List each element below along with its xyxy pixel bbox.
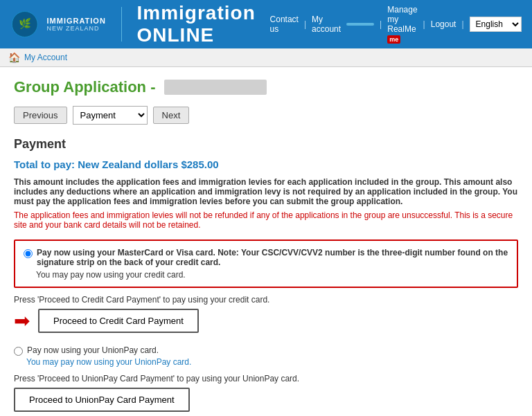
total-line: Total to pay: New Zealand dollars $285.0… (14, 159, 518, 170)
home-icon[interactable]: 🏠 (8, 52, 20, 63)
unionpay-subtext: You may pay now using your UnionPay card… (26, 357, 518, 367)
logo-text-block: IMMIGRATION NEW ZEALAND (47, 17, 106, 32)
contact-link[interactable]: Contact us (270, 15, 299, 34)
mastercard-subtext: You may pay now using your credit card. (36, 270, 508, 280)
org-name: IMMIGRATION (47, 17, 106, 25)
total-label: Total to pay: New Zealand dollars (14, 159, 181, 170)
breadcrumb-bar: 🏠 My Account (0, 48, 532, 67)
realme-badge: me (387, 35, 400, 44)
total-amount: $285.00 (181, 159, 218, 170)
header-divider (121, 7, 122, 42)
my-account-breadcrumb[interactable]: My Account (24, 53, 67, 62)
section-title: Payment (14, 137, 518, 152)
unionpay-option-text: Pay now using your UnionPay card. (27, 345, 159, 355)
unionpay-instruction: Press 'Proceed to UnionPay Card Payment'… (14, 374, 518, 383)
step-select[interactable]: Payment Summary Confirmation (73, 106, 148, 125)
group-app-title: Group Application - (14, 78, 156, 96)
logout-link[interactable]: Logout (431, 19, 456, 29)
logo-area: 🌿 IMMIGRATION NEW ZEALAND Immigration ON… (11, 2, 270, 46)
my-account-link[interactable]: My account (312, 15, 341, 34)
info-bold-text: This amount includes the application fee… (14, 177, 518, 206)
unionpay-radio[interactable] (14, 347, 23, 356)
group-app-header: Group Application - (14, 78, 518, 96)
next-button[interactable]: Next (153, 107, 190, 124)
credit-card-instruction: Press 'Proceed to Credit Card Payment' t… (14, 295, 518, 305)
proceed-credit-card-button[interactable]: Proceed to Credit Card Payment (38, 309, 199, 333)
info-red-text: The application fees and immigration lev… (14, 210, 518, 230)
mastercard-radio-label[interactable]: Pay now using your MasterCard or Visa ca… (24, 248, 508, 267)
username-placeholder (346, 23, 374, 26)
payment-option-mastercard: Pay now using your MasterCard or Visa ca… (14, 239, 518, 288)
site-title: Immigration ONLINE (137, 2, 270, 46)
previous-button[interactable]: Previous (14, 107, 67, 124)
svg-text:🌿: 🌿 (19, 17, 32, 30)
credit-card-action-area: Press 'Proceed to Credit Card Payment' t… (14, 295, 518, 333)
mastercard-option-text: Pay now using your MasterCard or Visa ca… (37, 248, 508, 267)
red-arrow-icon: ➡ (14, 311, 30, 331)
payment-option-unionpay: Pay now using your UnionPay card. You ma… (14, 345, 518, 412)
manage-realme-link[interactable]: Manage my RealMe me (387, 5, 417, 44)
credit-card-btn-row: ➡ Proceed to Credit Card Payment (14, 309, 518, 333)
header-nav: Contact us | My account | Manage my Real… (270, 5, 522, 44)
header: 🌿 IMMIGRATION NEW ZEALAND Immigration ON… (0, 0, 532, 48)
main-content: Group Application - Previous Payment Sum… (0, 67, 532, 416)
language-select[interactable]: English Chinese (470, 17, 522, 32)
nav-bar: Previous Payment Summary Confirmation Ne… (14, 106, 518, 125)
proceed-unionpay-button[interactable]: Proceed to UnionPay Card Payment (14, 388, 190, 412)
org-sub: NEW ZEALAND (47, 25, 106, 32)
group-app-id (164, 80, 267, 95)
mastercard-radio[interactable] (24, 249, 33, 258)
fern-logo: 🌿 (11, 3, 39, 45)
unionpay-radio-label[interactable]: Pay now using your UnionPay card. (14, 345, 518, 356)
